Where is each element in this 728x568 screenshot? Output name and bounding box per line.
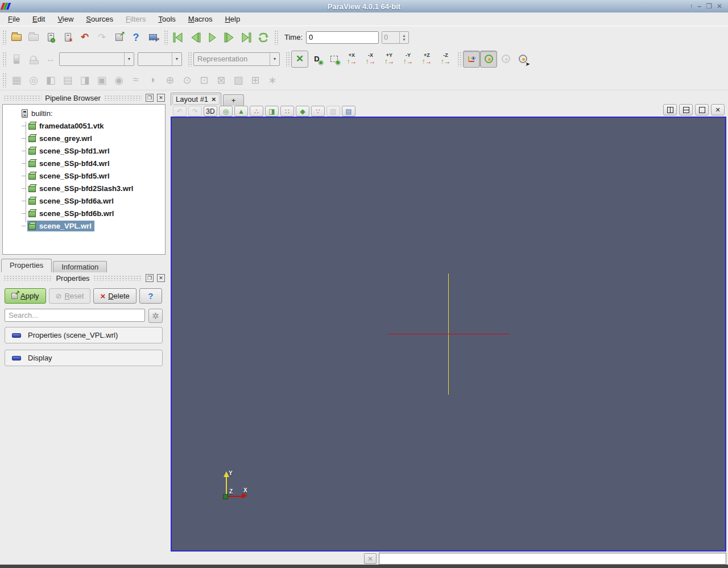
pipeline-item[interactable]: scene_SSp-bfd4.wrl bbox=[3, 157, 165, 169]
toolbar-grip[interactable] bbox=[286, 52, 289, 67]
camera-direction-button[interactable]: -X ↑→ bbox=[361, 51, 380, 68]
disconnect-server-button[interactable]: × bbox=[59, 29, 76, 46]
restore-window-icon[interactable]: ❐ bbox=[706, 3, 712, 10]
float-dock-icon[interactable]: ❐ bbox=[146, 94, 154, 102]
dock-handle[interactable] bbox=[93, 275, 142, 281]
first-frame-button[interactable] bbox=[169, 29, 187, 46]
dock-handle[interactable] bbox=[104, 95, 142, 101]
select-cells-through-icon[interactable]: ◨ bbox=[265, 106, 279, 117]
open-file-button[interactable] bbox=[8, 29, 25, 46]
dock-handle[interactable] bbox=[3, 95, 42, 101]
camera-direction-button[interactable]: -Z ↑→ bbox=[436, 51, 455, 68]
layout-tab[interactable]: Layout #1 × bbox=[171, 93, 221, 106]
float-dock-icon[interactable]: ❐ bbox=[146, 274, 154, 282]
toolbar-grip[interactable] bbox=[274, 30, 278, 45]
time-input[interactable] bbox=[306, 31, 379, 44]
pipeline-item[interactable]: scene_grey.wrl bbox=[3, 132, 165, 144]
search-input[interactable] bbox=[5, 309, 145, 322]
menu-item[interactable]: Filters bbox=[126, 15, 146, 23]
camera-undo-icon[interactable]: ↶ bbox=[173, 106, 187, 117]
interaction-mode-3d-button[interactable]: 3D bbox=[204, 106, 217, 117]
panel-tab[interactable]: Properties bbox=[1, 259, 52, 272]
delete-button[interactable]: × Delete bbox=[93, 288, 136, 304]
display-section-header[interactable]: Display bbox=[5, 350, 163, 366]
shade-window-icon[interactable]: ↑ bbox=[689, 3, 693, 10]
menu-item[interactable]: View bbox=[57, 15, 73, 23]
next-frame-button[interactable] bbox=[221, 29, 238, 46]
select-points-polygon-icon[interactable]: ∵ bbox=[311, 106, 325, 117]
pipeline-root-item[interactable]: builtin: bbox=[3, 107, 165, 119]
reset-camera-button[interactable]: ✕ bbox=[291, 51, 308, 68]
toolbar-grip[interactable] bbox=[457, 52, 461, 67]
minimize-window-icon[interactable]: – bbox=[697, 3, 701, 10]
pipeline-item[interactable]: scene_SSp-bfd6b.wrl bbox=[3, 207, 165, 219]
spin-up-icon[interactable]: ▲ bbox=[402, 34, 406, 38]
properties-help-button[interactable]: ? bbox=[139, 288, 162, 304]
connect-server-button[interactable] bbox=[42, 29, 59, 46]
render-view-3d[interactable]: Y X Z bbox=[171, 117, 726, 552]
menu-item[interactable]: Tools bbox=[158, 15, 175, 23]
pipeline-item[interactable]: scene_VPL.wrl bbox=[3, 219, 165, 232]
camera-direction-button[interactable]: +Y ↑→ bbox=[380, 51, 399, 68]
spin-down-icon[interactable]: ▼ bbox=[402, 38, 406, 42]
menu-item[interactable]: Help bbox=[225, 15, 240, 23]
show-center-of-rotation-button[interactable] bbox=[480, 51, 497, 68]
apply-button[interactable]: Apply bbox=[5, 288, 46, 304]
camera-direction-button[interactable]: -Y ↑→ bbox=[399, 51, 417, 68]
auto-apply-button[interactable] bbox=[110, 29, 127, 46]
help-button[interactable]: ? bbox=[127, 29, 144, 46]
pipeline-browser-tree[interactable]: builtin: framedata0051.vtk bbox=[2, 104, 166, 255]
select-points-on-icon[interactable]: ∴ bbox=[250, 106, 263, 117]
loop-button[interactable] bbox=[255, 29, 272, 46]
properties-section-header[interactable]: Properties (scene_VPL.wrl) bbox=[5, 327, 163, 343]
collapse-icon[interactable] bbox=[12, 356, 21, 360]
last-frame-button[interactable] bbox=[238, 29, 255, 46]
spreadsheet-view-icon[interactable]: ▤ bbox=[342, 106, 355, 117]
play-button[interactable] bbox=[204, 29, 221, 46]
pipeline-item[interactable]: framedata0051.vtk bbox=[3, 119, 165, 132]
selection-inspector-button[interactable] bbox=[144, 29, 162, 46]
menu-item[interactable]: File bbox=[8, 15, 20, 23]
select-cells-on-icon[interactable]: ▲ bbox=[234, 106, 248, 117]
search-options-button[interactable]: ✲ bbox=[148, 309, 163, 323]
toolbar-grip[interactable] bbox=[2, 30, 6, 45]
menu-item[interactable]: Macros bbox=[188, 15, 213, 23]
close-window-icon[interactable]: ✕ bbox=[717, 3, 722, 10]
camera-direction-button[interactable]: +Z ↑→ bbox=[417, 51, 436, 68]
close-view-button[interactable]: ✕ bbox=[711, 104, 725, 115]
camera-redo-icon[interactable]: ↷ bbox=[188, 106, 202, 117]
panel-tab[interactable]: Information bbox=[53, 261, 107, 272]
split-horizontal-button[interactable] bbox=[663, 104, 677, 115]
close-dock-icon[interactable]: ✕ bbox=[157, 94, 165, 102]
cancel-progress-button[interactable]: ✕ bbox=[364, 553, 377, 564]
zoom-to-box-button[interactable]: ◉ bbox=[325, 51, 342, 68]
pipeline-item[interactable]: scene_SSp-bfd1.wrl bbox=[3, 144, 165, 157]
pipeline-item[interactable]: scene_SSp-bfd6a.wrl bbox=[3, 194, 165, 207]
select-cells-polygon-icon[interactable]: ◆ bbox=[296, 106, 309, 117]
close-layout-icon[interactable]: × bbox=[212, 96, 216, 103]
maximize-view-button[interactable] bbox=[695, 104, 709, 115]
show-orientation-axes-button[interactable]: 👁 bbox=[463, 51, 480, 68]
toolbar-grip[interactable] bbox=[2, 52, 6, 67]
previous-frame-button[interactable] bbox=[187, 29, 204, 46]
pick-center-button[interactable]: ➤ bbox=[514, 51, 531, 68]
adjust-camera-icon[interactable]: ◎ bbox=[219, 106, 233, 117]
menu-item[interactable]: Sources bbox=[86, 15, 113, 23]
color-map-icon bbox=[30, 56, 37, 63]
zoom-to-data-button[interactable]: D◉ bbox=[308, 51, 325, 68]
select-points-through-icon[interactable]: ∷ bbox=[280, 106, 294, 117]
undo-button[interactable]: ↶ bbox=[76, 29, 93, 46]
toolbar-grip[interactable] bbox=[2, 73, 6, 88]
dock-handle[interactable] bbox=[3, 275, 52, 281]
toolbar-grip[interactable] bbox=[188, 52, 192, 67]
collapse-icon[interactable] bbox=[12, 333, 21, 338]
camera-direction-button[interactable]: +X ↑→ bbox=[342, 51, 361, 68]
toolbar-grip[interactable] bbox=[164, 30, 168, 45]
menu-item[interactable]: Edit bbox=[32, 15, 45, 23]
pipeline-item[interactable]: scene_SSp-bfd5.wrl bbox=[3, 169, 165, 182]
close-dock-icon[interactable]: ✕ bbox=[157, 274, 165, 282]
interactive-select-icon[interactable]: ▧ bbox=[326, 106, 340, 117]
add-layout-tab[interactable]: + bbox=[223, 94, 245, 106]
pipeline-item[interactable]: scene_SSp-bfd2Slash3.wrl bbox=[3, 182, 165, 194]
split-vertical-button[interactable] bbox=[679, 104, 693, 115]
